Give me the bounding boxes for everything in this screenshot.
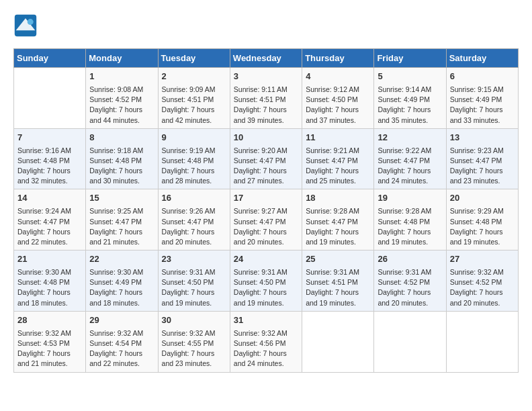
day-info: Sunrise: 9:28 AMSunset: 4:48 PMDaylight:… [378, 206, 442, 247]
day-number: 18 [306, 192, 370, 205]
calendar-cell: 8Sunrise: 9:18 AMSunset: 4:48 PMDaylight… [86, 128, 158, 189]
day-info: Sunrise: 9:15 AMSunset: 4:49 PMDaylight:… [450, 85, 515, 126]
day-info: Sunrise: 9:32 AMSunset: 4:52 PMDaylight:… [450, 267, 515, 308]
calendar-cell: 12Sunrise: 9:22 AMSunset: 4:47 PMDayligh… [374, 128, 446, 189]
day-number: 7 [17, 132, 82, 144]
day-number: 19 [378, 192, 442, 205]
day-number: 22 [89, 253, 154, 266]
day-number: 1 [89, 71, 154, 83]
day-number: 26 [378, 253, 442, 266]
dow-monday: Monday [86, 49, 158, 68]
calendar-table: SundayMondayTuesdayWednesdayThursdayFrid… [13, 48, 519, 373]
day-info: Sunrise: 9:12 AMSunset: 4:50 PMDaylight:… [306, 85, 370, 126]
calendar-cell: 25Sunrise: 9:31 AMSunset: 4:51 PMDayligh… [302, 250, 374, 312]
day-info: Sunrise: 9:09 AMSunset: 4:51 PMDaylight:… [162, 85, 226, 126]
day-info: Sunrise: 9:22 AMSunset: 4:47 PMDaylight:… [378, 146, 442, 187]
day-info: Sunrise: 9:14 AMSunset: 4:49 PMDaylight:… [378, 85, 442, 126]
day-info: Sunrise: 9:32 AMSunset: 4:54 PMDaylight:… [89, 328, 154, 369]
calendar-cell: 7Sunrise: 9:16 AMSunset: 4:48 PMDaylight… [14, 128, 86, 189]
day-number: 23 [162, 253, 226, 266]
day-number: 2 [162, 71, 226, 83]
day-info: Sunrise: 9:16 AMSunset: 4:48 PMDaylight:… [17, 146, 82, 187]
calendar-cell: 4Sunrise: 9:12 AMSunset: 4:50 PMDaylight… [302, 68, 374, 129]
day-info: Sunrise: 9:31 AMSunset: 4:52 PMDaylight:… [378, 267, 442, 308]
day-info: Sunrise: 9:23 AMSunset: 4:47 PMDaylight:… [450, 146, 515, 187]
day-number: 21 [17, 253, 82, 266]
calendar-cell: 11Sunrise: 9:21 AMSunset: 4:47 PMDayligh… [302, 128, 374, 189]
calendar-cell [446, 311, 518, 372]
calendar-cell: 24Sunrise: 9:31 AMSunset: 4:50 PMDayligh… [230, 250, 302, 312]
day-info: Sunrise: 9:18 AMSunset: 4:48 PMDaylight:… [89, 146, 154, 187]
day-info: Sunrise: 9:29 AMSunset: 4:48 PMDaylight:… [450, 206, 515, 247]
calendar-cell: 16Sunrise: 9:26 AMSunset: 4:47 PMDayligh… [158, 189, 230, 250]
calendar-cell: 17Sunrise: 9:27 AMSunset: 4:47 PMDayligh… [230, 189, 302, 250]
calendar-cell [14, 68, 86, 129]
calendar-cell: 30Sunrise: 9:32 AMSunset: 4:55 PMDayligh… [158, 311, 230, 372]
dow-sunday: Sunday [14, 49, 86, 68]
day-of-week-header: SundayMondayTuesdayWednesdayThursdayFrid… [14, 49, 519, 68]
dow-tuesday: Tuesday [158, 49, 230, 68]
dow-friday: Friday [374, 49, 446, 68]
calendar-cell [374, 311, 446, 372]
day-number: 28 [17, 314, 82, 327]
day-info: Sunrise: 9:32 AMSunset: 4:56 PMDaylight:… [234, 328, 298, 369]
calendar-cell: 10Sunrise: 9:20 AMSunset: 4:47 PMDayligh… [230, 128, 302, 189]
day-info: Sunrise: 9:31 AMSunset: 4:50 PMDaylight:… [234, 267, 298, 308]
week-row-3: 14Sunrise: 9:24 AMSunset: 4:47 PMDayligh… [14, 189, 519, 250]
day-number: 12 [378, 132, 442, 144]
calendar-cell: 2Sunrise: 9:09 AMSunset: 4:51 PMDaylight… [158, 68, 230, 129]
day-info: Sunrise: 9:20 AMSunset: 4:47 PMDaylight:… [234, 146, 298, 187]
logo [13, 13, 40, 38]
day-number: 8 [89, 132, 154, 144]
day-info: Sunrise: 9:24 AMSunset: 4:47 PMDaylight:… [17, 206, 82, 247]
day-number: 17 [234, 192, 298, 205]
logo-icon [13, 13, 38, 38]
day-number: 31 [234, 314, 298, 327]
day-info: Sunrise: 9:31 AMSunset: 4:50 PMDaylight:… [162, 267, 226, 308]
day-info: Sunrise: 9:32 AMSunset: 4:55 PMDaylight:… [162, 328, 226, 369]
calendar-cell: 29Sunrise: 9:32 AMSunset: 4:54 PMDayligh… [86, 311, 158, 372]
calendar-cell: 1Sunrise: 9:08 AMSunset: 4:52 PMDaylight… [86, 68, 158, 129]
calendar-cell: 31Sunrise: 9:32 AMSunset: 4:56 PMDayligh… [230, 311, 302, 372]
day-info: Sunrise: 9:26 AMSunset: 4:47 PMDaylight:… [162, 206, 226, 247]
dow-wednesday: Wednesday [230, 49, 302, 68]
calendar-cell: 27Sunrise: 9:32 AMSunset: 4:52 PMDayligh… [446, 250, 518, 312]
calendar-cell: 9Sunrise: 9:19 AMSunset: 4:48 PMDaylight… [158, 128, 230, 189]
day-number: 4 [306, 71, 370, 83]
day-number: 15 [89, 192, 154, 205]
day-number: 9 [162, 132, 226, 144]
day-number: 5 [378, 71, 442, 83]
week-row-5: 28Sunrise: 9:32 AMSunset: 4:53 PMDayligh… [14, 311, 519, 372]
calendar-cell: 19Sunrise: 9:28 AMSunset: 4:48 PMDayligh… [374, 189, 446, 250]
svg-point-2 [28, 19, 34, 25]
day-number: 10 [234, 132, 298, 144]
week-row-2: 7Sunrise: 9:16 AMSunset: 4:48 PMDaylight… [14, 128, 519, 189]
day-info: Sunrise: 9:32 AMSunset: 4:53 PMDaylight:… [17, 328, 82, 369]
day-number: 29 [89, 314, 154, 327]
calendar-cell: 23Sunrise: 9:31 AMSunset: 4:50 PMDayligh… [158, 250, 230, 312]
calendar-body: 1Sunrise: 9:08 AMSunset: 4:52 PMDaylight… [14, 68, 519, 373]
day-number: 16 [162, 192, 226, 205]
day-info: Sunrise: 9:21 AMSunset: 4:47 PMDaylight:… [306, 146, 370, 187]
day-number: 11 [306, 132, 370, 144]
calendar-cell: 5Sunrise: 9:14 AMSunset: 4:49 PMDaylight… [374, 68, 446, 129]
dow-saturday: Saturday [446, 49, 518, 68]
day-info: Sunrise: 9:30 AMSunset: 4:49 PMDaylight:… [89, 267, 154, 308]
page-header [13, 13, 519, 38]
day-info: Sunrise: 9:08 AMSunset: 4:52 PMDaylight:… [89, 85, 154, 126]
day-number: 3 [234, 71, 298, 83]
day-number: 14 [17, 192, 82, 205]
day-info: Sunrise: 9:31 AMSunset: 4:51 PMDaylight:… [306, 267, 370, 308]
calendar-cell: 26Sunrise: 9:31 AMSunset: 4:52 PMDayligh… [374, 250, 446, 312]
week-row-1: 1Sunrise: 9:08 AMSunset: 4:52 PMDaylight… [14, 68, 519, 129]
day-number: 13 [450, 132, 515, 144]
day-number: 30 [162, 314, 226, 327]
day-number: 6 [450, 71, 515, 83]
calendar-cell: 6Sunrise: 9:15 AMSunset: 4:49 PMDaylight… [446, 68, 518, 129]
day-info: Sunrise: 9:30 AMSunset: 4:48 PMDaylight:… [17, 267, 82, 308]
day-info: Sunrise: 9:19 AMSunset: 4:48 PMDaylight:… [162, 146, 226, 187]
calendar-cell: 28Sunrise: 9:32 AMSunset: 4:53 PMDayligh… [14, 311, 86, 372]
day-number: 24 [234, 253, 298, 266]
day-info: Sunrise: 9:27 AMSunset: 4:47 PMDaylight:… [234, 206, 298, 247]
day-info: Sunrise: 9:28 AMSunset: 4:47 PMDaylight:… [306, 206, 370, 247]
